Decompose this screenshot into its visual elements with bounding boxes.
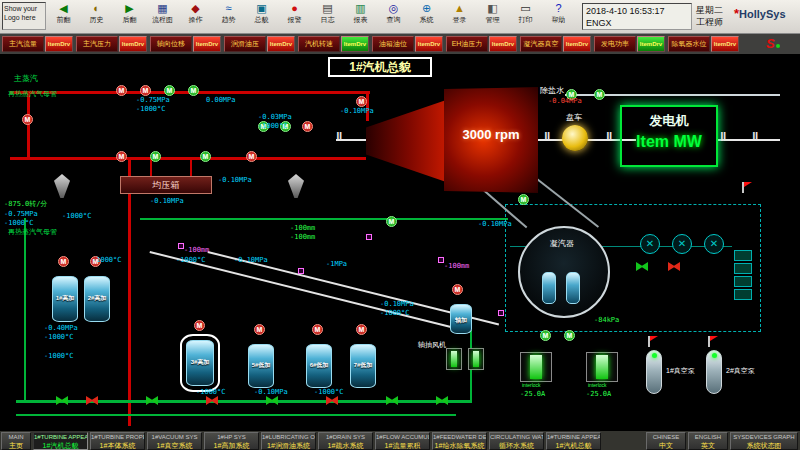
toolbar-button-trend[interactable]: ≈趋势 [213,2,244,30]
header-toolbar: Show your Logo here ◀前翻◐历史▶后翻▦流程图◆操作≈趋势▣… [0,0,800,34]
nav-button-en: 1#LUBRICATING OIL SYS [262,433,315,441]
nav-button[interactable]: 1#VACUUM SYS1#真空系统 [147,432,202,450]
toolbar-button-report[interactable]: ▥报表 [345,2,376,30]
nav-button-en: 1#TURBINE APPEARANCE [34,433,87,441]
toolbar-button-label: 查询 [378,15,409,24]
diagram-label: 凝汽器 [550,238,574,249]
search-icon: ◎ [378,2,409,15]
tag-value-button[interactable]: ItemDrv [637,36,665,52]
nav-right-button[interactable]: SYSDEVICES GRAPH系统状态图 [730,432,798,450]
nav-button-en: 1#FEEDWATER DEAERATING [433,433,486,441]
nav-button-cn: 1#润滑油系统 [262,441,315,450]
flowchart-icon: ▦ [147,2,178,15]
tag-label-button[interactable]: EH油压力 [446,36,488,52]
toolbar-button-print[interactable]: ▭打印 [510,2,541,30]
nav-button-cn: 1#本体系统 [91,441,144,450]
tag-value-button[interactable]: ItemDrv [489,36,517,52]
toolbar-button-label: 前翻 [48,15,79,24]
nav-right-button[interactable]: CHINESE中文 [646,432,686,450]
nav-button-cn: 循环水系统 [490,441,543,450]
coupling-icon: ‖ [544,129,550,144]
nav-button[interactable]: 1#HP SYS1#高加系统 [204,432,259,450]
tag-value-button[interactable]: ItemDrv [563,36,591,52]
coupling-icon: ‖ [606,129,612,144]
toolbar-button-operate[interactable]: ◆操作 [180,2,211,30]
toolbar-button-flowchart[interactable]: ▦流程图 [147,2,178,30]
tag-value-button[interactable]: ItemDrv [45,36,73,52]
diagram-label: interlock [522,382,541,388]
alarm-icon: ● [279,2,310,15]
weekday-panel: 星期二 工程师 [696,4,732,28]
coupling-icon: ‖ [752,129,758,144]
tag-label-button[interactable]: 油箱油位 [372,36,414,52]
nav-button[interactable]: 1#DRAIN SYS1#疏水系统 [318,432,373,450]
toolbar-button-label: 帮助 [543,15,574,24]
nav-button-cn: 1#真空系统 [148,441,201,450]
tag-value-button[interactable]: ItemDrv [193,36,221,52]
toolbar-button-label: 日志 [312,15,343,24]
toolbar-button-label: 后翻 [114,15,145,24]
toolbar-button-next-page[interactable]: ▶后翻 [114,2,145,30]
main-button-cn: 主页 [2,441,30,450]
tag-label-button[interactable]: 主汽流量 [2,36,44,52]
nav-right-button[interactable]: ENGLISH英文 [688,432,728,450]
nav-button[interactable]: 1#FLOW ACCUMULATION1#流量累积 [375,432,430,450]
toolbar-button-prev-page[interactable]: ◀前翻 [48,2,79,30]
main-button-en: MAIN [2,433,30,441]
toolbar-button-history[interactable]: ◐历史 [81,2,112,30]
nav-button-en: ENGLISH [689,433,727,441]
tag-label-button[interactable]: 汽机转速 [298,36,340,52]
datetime-text: 2018-4-10 16:53:17 [586,5,688,17]
tag-label-button[interactable]: 凝汽器真空 [520,36,562,52]
nav-button-cn: 1#给水除氧系统 [433,441,486,450]
tag-label-button[interactable]: 轴向位移 [150,36,192,52]
toolbar-button-label: 流程图 [147,15,178,24]
diagram-label: interlock [588,382,607,388]
nav-button[interactable]: 1#TURBINE APPEARANCE1#汽机总貌 [546,432,601,450]
manage-icon: ◧ [477,2,508,15]
overview-icon: ▣ [246,2,277,15]
diagram-label: 轴抽风机 [418,340,446,350]
report-icon: ▥ [345,2,376,15]
tag-value-button[interactable]: ItemDrv [711,36,739,52]
toolbar-button-label: 管理 [477,15,508,24]
toolbar-button-system[interactable]: ⊕系统 [411,2,442,30]
tag-value-button[interactable]: ItemDrv [341,36,369,52]
brand-logo: *HollySys [734,6,796,21]
tag-label-button[interactable]: 润滑油压 [224,36,266,52]
diagram-label: 主蒸汽 [14,73,38,84]
nav-button-cn: 英文 [689,441,727,450]
nav-button[interactable]: 1#TURBINE PROPER1#本体系统 [90,432,145,450]
labels-layer: 主蒸汽再热蒸汽气母管再热蒸汽气母管除盐水盘车凝汽器轴抽风机interlockin… [0,55,800,430]
weekday-text: 星期二 [696,4,732,16]
toolbar-button-manage[interactable]: ◧管理 [477,2,508,30]
main-page-button[interactable]: MAIN 主页 [1,432,31,450]
page-navigation-bar: MAIN 主页 1#TURBINE APPEARANCE1#汽机总貌1#TURB… [0,430,800,450]
log-icon: ▤ [312,2,343,15]
diagram-label: 除盐水 [540,85,564,96]
tag-value-button[interactable]: ItemDrv [267,36,295,52]
diagram-label: 盘车 [566,112,582,123]
clock-panel: 2018-4-10 16:53:17 ENGX [582,3,692,30]
toolbar-button-overview[interactable]: ▣总貌 [246,2,277,30]
toolbar-button-help[interactable]: ?帮助 [543,2,574,30]
toolbar-button-login[interactable]: ▲登录 [444,2,475,30]
nav-button[interactable]: 1#LUBRICATING OIL SYS1#润滑油系统 [261,432,316,450]
tag-value-button[interactable]: ItemDrv [119,36,147,52]
nav-button-en: CHINESE [647,433,685,441]
nav-button[interactable]: CIRCULATING WATER循环水系统 [489,432,544,450]
nav-button[interactable]: 1#TURBINE APPEARANCE1#汽机总貌 [33,432,88,450]
toolbar-button-label: 历史 [81,15,112,24]
nav-button[interactable]: 1#FEEDWATER DEAERATING1#给水除氧系统 [432,432,487,450]
tag-value-button[interactable]: ItemDrv [415,36,443,52]
tag-label-button[interactable]: 发电功率 [594,36,636,52]
system-icon: ⊕ [411,2,442,15]
toolbar-button-alarm[interactable]: ●报警 [279,2,310,30]
toolbar-button-search[interactable]: ◎查询 [378,2,409,30]
toolbar-button-log[interactable]: ▤日志 [312,2,343,30]
nav-button-en: SYSDEVICES GRAPH [731,433,797,441]
tag-label-button[interactable]: 主汽压力 [76,36,118,52]
tag-label-button[interactable]: 除氧器水位 [668,36,710,52]
print-icon: ▭ [510,2,541,15]
role-text: 工程师 [696,16,732,28]
